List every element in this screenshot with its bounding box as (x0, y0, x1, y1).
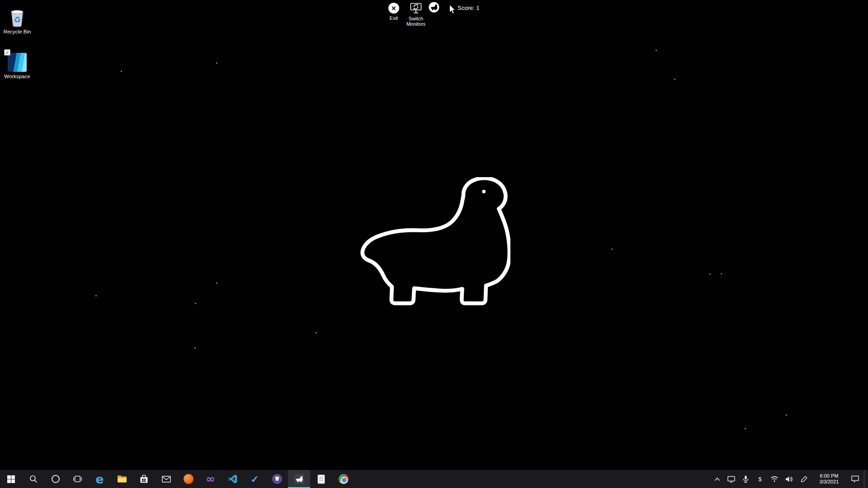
star (611, 249, 613, 250)
switch-monitors-label: Switch Monitors (404, 16, 428, 27)
mouse-cursor-icon (449, 4, 456, 14)
microphone-icon (743, 475, 749, 483)
tray-currency-button[interactable]: $ (753, 470, 767, 488)
star (195, 303, 196, 304)
checkmark-icon: ✓ (251, 474, 259, 484)
exit-button[interactable]: ✕ Exit (382, 3, 405, 21)
action-center-icon (851, 475, 859, 483)
taskbar-start-button[interactable] (0, 470, 22, 488)
notepad-icon (317, 474, 325, 484)
dinosaur-eye (482, 190, 486, 193)
close-icon: ✕ (388, 3, 399, 14)
dino-toggle-button[interactable] (429, 2, 439, 13)
mail-icon (162, 476, 171, 483)
star (95, 295, 97, 296)
taskbar-search-button[interactable] (22, 470, 44, 488)
taskbar-vscode-button[interactable] (222, 470, 244, 488)
pen-icon (801, 475, 808, 483)
speaker-icon (785, 476, 793, 483)
vscode-icon (228, 474, 238, 484)
workspace-label: Workspace (4, 74, 30, 80)
desktop-icon-recycle-bin[interactable]: ♻︎ Recycle Bin (0, 6, 34, 35)
star (745, 428, 746, 429)
selection-checkbox[interactable]: ✓ (4, 49, 10, 56)
clock-time: 6:00 PM (820, 473, 839, 479)
dinosaur-drawing (360, 177, 510, 308)
tray-display-button[interactable] (724, 470, 738, 488)
taskbar-chrome-button[interactable] (332, 470, 354, 488)
taskbar-edge-button[interactable]: e (89, 470, 111, 488)
visual-studio-icon: ∞ (206, 474, 215, 484)
store-bag-icon (140, 474, 148, 483)
display-icon (727, 476, 735, 483)
taskbar-dino-app-button[interactable] (288, 470, 310, 488)
folder-icon (117, 475, 127, 483)
cortana-icon (51, 474, 60, 483)
wifi-icon (770, 476, 778, 482)
taskbar-mail-button[interactable] (155, 470, 177, 488)
action-center-button[interactable] (846, 470, 864, 488)
tray-microphone-button[interactable] (738, 470, 753, 488)
taskbar-todo-button[interactable]: ✓ (244, 470, 266, 488)
tray-hidden-icons-button[interactable] (710, 470, 724, 488)
taskbar-notepad-button[interactable] (310, 470, 332, 488)
search-icon (29, 475, 38, 483)
windows-logo-icon (7, 475, 15, 483)
chevron-up-icon (714, 477, 720, 481)
switch-monitors-button[interactable]: Switch Monitors (404, 2, 428, 27)
task-view-icon (73, 475, 82, 483)
star (721, 273, 722, 274)
tray-network-button[interactable] (767, 470, 782, 488)
exit-label: Exit (390, 15, 398, 21)
score-label: Score: 1 (458, 5, 479, 11)
tray-volume-button[interactable] (782, 470, 796, 488)
star (194, 347, 196, 349)
recycle-bin-label: Recycle Bin (4, 29, 31, 35)
taskbar-clock[interactable]: 6:00 PM 3/3/2021 (812, 470, 846, 488)
recycle-bin-icon: ♻︎ (8, 6, 27, 27)
star (674, 79, 675, 80)
taskbar-visual-studio-button[interactable]: ∞ (199, 470, 222, 488)
orange-circle-icon (184, 474, 193, 484)
tray-pen-button[interactable] (796, 470, 812, 488)
recycle-symbol: ♻︎ (14, 15, 21, 24)
taskbar: e ∞ ✓ (0, 470, 868, 488)
taskbar-github-button[interactable] (266, 470, 288, 488)
star (656, 50, 657, 51)
github-icon (272, 474, 282, 484)
taskbar-store-button[interactable] (133, 470, 155, 488)
system-tray: $ 6:00 PM 3/3/2021 (710, 470, 868, 488)
taskbar-cortana-button[interactable] (44, 470, 66, 488)
show-desktop-button[interactable] (864, 470, 868, 488)
taskbar-orange-app-button[interactable] (177, 470, 199, 488)
taskbar-task-view-button[interactable] (66, 470, 89, 488)
star (216, 62, 217, 64)
chrome-icon (339, 474, 349, 484)
switch-monitors-icon (410, 2, 422, 14)
star (316, 332, 317, 333)
desktop[interactable]: ♻︎ Recycle Bin ✓ Workspace ✕ Exit Switch… (0, 0, 868, 470)
dollar-icon: $ (758, 476, 761, 483)
desktop-icon-workspace[interactable]: ✓ Workspace (0, 51, 34, 80)
clock-date: 3/3/2021 (820, 479, 839, 485)
star (786, 414, 787, 416)
edge-icon: e (95, 473, 104, 485)
dino-toggle-icon (429, 2, 439, 13)
taskbar-file-explorer-button[interactable] (111, 470, 133, 488)
star (709, 273, 711, 275)
dino-app-icon (294, 474, 304, 484)
star (121, 70, 122, 72)
star (216, 282, 217, 284)
workspace-icon (8, 53, 27, 72)
